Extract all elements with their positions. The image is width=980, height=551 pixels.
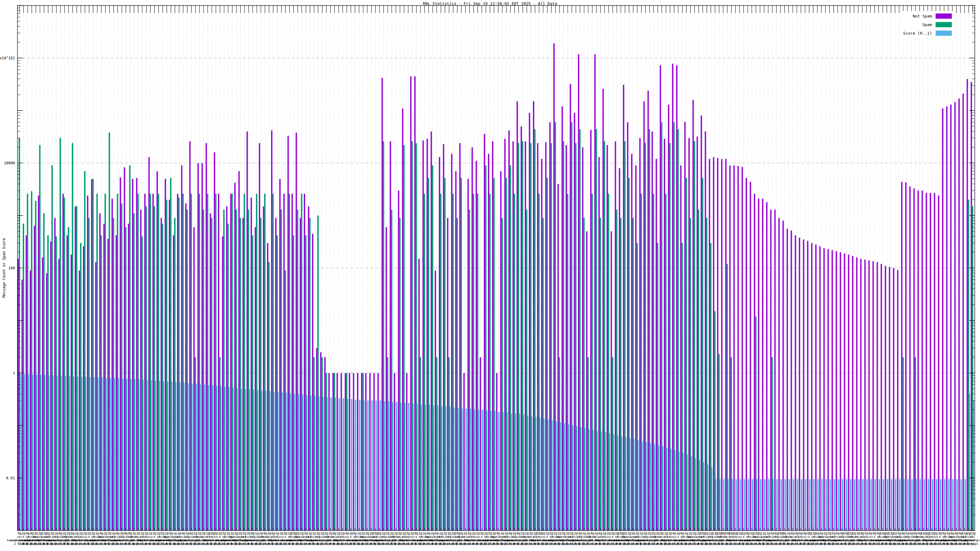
bar-spam — [449, 357, 450, 530]
bar-not-spam — [357, 373, 359, 531]
svg-text:3@: 3@ — [108, 532, 111, 535]
svg-text:2@: 2@ — [504, 532, 508, 535]
svg-text:2@: 2@ — [595, 532, 598, 535]
bar-score — [891, 479, 892, 530]
bar-score — [748, 479, 749, 530]
svg-text:all: all — [75, 535, 79, 538]
bar-score — [780, 479, 782, 530]
bar-not-spam — [901, 182, 902, 530]
bar-not-spam — [328, 373, 330, 531]
bar-score — [940, 479, 942, 530]
svg-text:0@: 0@ — [955, 532, 958, 535]
svg-text:4@: 4@ — [26, 532, 29, 535]
bar-not-spam — [963, 94, 964, 530]
svg-text:2@: 2@ — [165, 532, 169, 535]
bar-not-spam — [848, 255, 850, 530]
svg-text:2@: 2@ — [145, 532, 148, 535]
bar-not-spam — [566, 145, 567, 530]
svg-text:2@: 2@ — [341, 532, 345, 535]
svg-text:5@: 5@ — [468, 532, 471, 535]
bar-not-spam — [320, 352, 321, 530]
bar-not-spam — [930, 193, 931, 530]
svg-text:2@: 2@ — [492, 532, 496, 535]
svg-text:9@: 9@ — [18, 532, 21, 535]
svg-text:zen: zen — [802, 535, 807, 538]
svg-text:5@: 5@ — [549, 532, 553, 535]
svg-text:2@: 2@ — [472, 532, 475, 535]
svg-text:zen: zen — [868, 535, 873, 538]
svg-text:3@: 3@ — [153, 532, 156, 535]
bar-not-spam — [414, 76, 416, 530]
bar-not-spam — [353, 373, 354, 531]
svg-text:2@: 2@ — [513, 532, 516, 535]
svg-text:2@: 2@ — [259, 532, 263, 535]
bar-not-spam — [476, 161, 477, 530]
svg-text:4@: 4@ — [263, 532, 267, 535]
bar-not-spam — [308, 206, 309, 530]
svg-text:db: db — [275, 535, 279, 538]
legend-swatch-not-spam — [935, 13, 952, 19]
svg-text:all: all — [925, 535, 930, 538]
svg-text:b: b — [350, 535, 352, 538]
bar-not-spam — [67, 235, 68, 530]
svg-text:20@: 20@ — [778, 532, 783, 535]
svg-text:2@: 2@ — [320, 532, 324, 535]
bar-score — [375, 400, 377, 530]
bar-not-spam — [701, 116, 702, 530]
svg-text:zen: zen — [213, 535, 218, 538]
bar-not-spam — [337, 373, 338, 531]
bar-score — [928, 479, 929, 530]
svg-text:b: b — [23, 535, 24, 538]
bar-not-spam — [672, 64, 673, 530]
svg-text:5@: 5@ — [325, 532, 328, 535]
bar-score — [907, 479, 908, 530]
svg-text:3@: 3@ — [480, 532, 484, 535]
svg-text:5@: 5@ — [832, 532, 835, 535]
bar-not-spam — [38, 195, 40, 530]
bar-not-spam — [120, 178, 121, 530]
bar-not-spam — [148, 157, 150, 530]
bar-spam — [915, 357, 916, 530]
bar-not-spam — [279, 179, 281, 530]
bar-not-spam — [913, 188, 915, 530]
svg-text:1@: 1@ — [852, 532, 856, 535]
svg-text:5@: 5@ — [488, 532, 492, 535]
svg-text:9@: 9@ — [30, 532, 34, 535]
bar-score — [924, 479, 925, 530]
bar-not-spam — [791, 230, 792, 530]
svg-text:5@: 5@ — [770, 532, 774, 535]
svg-text:db: db — [734, 535, 737, 538]
svg-text:1@: 1@ — [173, 532, 177, 535]
svg-text:10@: 10@ — [373, 532, 378, 535]
bar-spam — [27, 194, 29, 530]
bar-not-spam — [165, 179, 166, 530]
svg-text:1@: 1@ — [758, 532, 762, 535]
svg-text:3@: 3@ — [611, 532, 615, 535]
bar-not-spam — [508, 130, 510, 530]
y-tick-label: 1 — [13, 371, 15, 375]
svg-text:b: b — [546, 535, 548, 538]
bar-score — [850, 479, 851, 530]
bar-not-spam — [725, 159, 727, 530]
svg-text:2@: 2@ — [824, 532, 827, 535]
svg-text:zen: zen — [279, 535, 284, 538]
svg-text:1@: 1@ — [418, 532, 422, 535]
bar-not-spam — [709, 159, 710, 530]
svg-text:2@: 2@ — [54, 532, 58, 535]
svg-text:1@: 1@ — [546, 532, 549, 535]
bar-score — [792, 479, 794, 530]
svg-text:6@: 6@ — [799, 532, 803, 535]
bar-not-spam — [737, 166, 739, 530]
svg-text:2@: 2@ — [83, 532, 87, 535]
bar-not-spam — [255, 227, 256, 530]
bar-not-spam — [733, 165, 735, 530]
svg-text:all: all — [336, 535, 341, 538]
svg-text:9@: 9@ — [251, 532, 255, 535]
svg-text:9@: 9@ — [942, 532, 946, 535]
bar-not-spam — [627, 122, 628, 530]
bar-not-spam — [533, 101, 535, 530]
bar-score — [371, 400, 373, 530]
bar-not-spam — [463, 373, 465, 531]
svg-text:3@: 3@ — [398, 532, 402, 535]
svg-text:9@: 9@ — [660, 532, 663, 535]
